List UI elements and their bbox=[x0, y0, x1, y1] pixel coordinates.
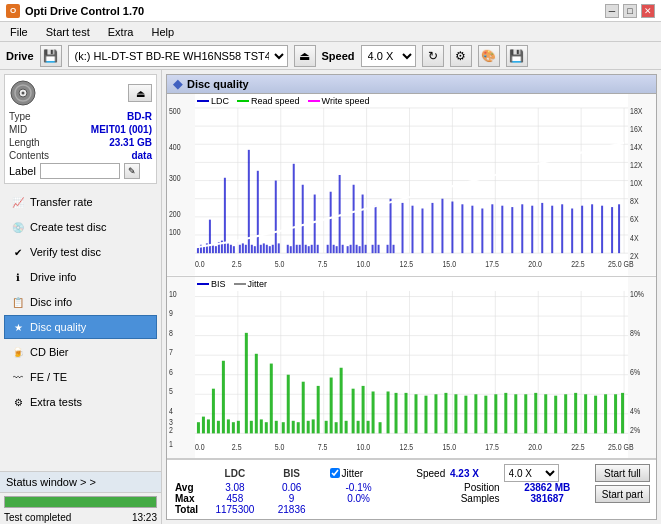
sidebar-item-transfer-rate[interactable]: 📈 Transfer rate bbox=[4, 190, 157, 214]
svg-rect-104 bbox=[611, 207, 613, 253]
bis-chart-svg: 10 9 8 7 6 5 4 3 2 1 10% 8% 6% bbox=[167, 277, 656, 459]
label-edit-button[interactable]: ✎ bbox=[124, 163, 140, 179]
disc-panel: ⏏ Type BD-R MID MEIT01 (001) Length 23.3… bbox=[4, 74, 157, 184]
svg-rect-199 bbox=[504, 392, 507, 432]
read-speed-legend-color bbox=[237, 100, 249, 102]
write-speed-legend-label: Write speed bbox=[322, 96, 370, 106]
eject-button[interactable]: ⏏ bbox=[294, 45, 316, 67]
settings-button[interactable]: ⚙ bbox=[450, 45, 472, 67]
svg-text:20.0: 20.0 bbox=[528, 440, 542, 452]
svg-text:6: 6 bbox=[169, 365, 173, 377]
svg-rect-159 bbox=[232, 422, 235, 433]
jitter-checkbox-label[interactable]: Jitter bbox=[330, 468, 388, 479]
svg-rect-181 bbox=[352, 388, 355, 433]
svg-text:25.0 GB: 25.0 GB bbox=[608, 440, 634, 452]
svg-rect-182 bbox=[357, 420, 360, 433]
titlebar: O Opti Drive Control 1.70 ─ □ ✕ bbox=[0, 0, 661, 22]
menu-start-test[interactable]: Start test bbox=[42, 25, 94, 39]
stats-avg-row: Avg 3.08 0.06 -0.1% Position 23862 MB bbox=[169, 482, 591, 493]
max-ldc: 458 bbox=[204, 493, 266, 504]
jitter-label: Jitter bbox=[342, 468, 364, 479]
speed-label: Speed bbox=[322, 50, 355, 62]
type-value: BD-R bbox=[127, 111, 152, 122]
sidebar-item-disc-quality[interactable]: ★ Disc quality bbox=[4, 315, 157, 339]
progress-bar-inner bbox=[5, 497, 156, 507]
jitter-checkbox[interactable] bbox=[330, 468, 340, 478]
svg-rect-207 bbox=[584, 394, 587, 433]
menu-extra[interactable]: Extra bbox=[104, 25, 138, 39]
drive-icon-button[interactable]: 💾 bbox=[40, 45, 62, 67]
svg-rect-53 bbox=[287, 245, 289, 253]
sidebar-item-extra-tests[interactable]: ⚙ Extra tests bbox=[4, 390, 157, 414]
drive-select[interactable]: (k:) HL-DT-ST BD-RE WH16NS58 TST4 bbox=[68, 45, 288, 67]
status-bar: Status window > > Test completed 13:23 bbox=[0, 471, 161, 524]
max-jitter: 0.0% bbox=[326, 493, 392, 504]
svg-text:12.5: 12.5 bbox=[400, 440, 414, 452]
avg-bis: 0.06 bbox=[266, 482, 318, 493]
bis-legend-item: BIS bbox=[197, 279, 226, 289]
length-label: Length bbox=[9, 137, 40, 148]
svg-rect-43 bbox=[251, 245, 253, 253]
svg-rect-174 bbox=[312, 419, 315, 433]
create-test-disc-icon: 💿 bbox=[11, 220, 25, 234]
label-input[interactable] bbox=[40, 163, 120, 179]
maximize-button[interactable]: □ bbox=[623, 4, 637, 18]
svg-rect-153 bbox=[202, 416, 205, 433]
svg-rect-72 bbox=[353, 185, 355, 253]
svg-text:12.5: 12.5 bbox=[400, 258, 414, 270]
start-buttons: Start full Start part bbox=[595, 464, 654, 503]
sidebar-item-fe-te[interactable]: 〰 FE / TE bbox=[4, 365, 157, 389]
disc-type-row: Type BD-R bbox=[9, 111, 152, 122]
svg-rect-38 bbox=[233, 246, 235, 253]
disc-eject-button[interactable]: ⏏ bbox=[128, 84, 152, 102]
svg-rect-186 bbox=[379, 422, 382, 433]
svg-rect-165 bbox=[265, 422, 268, 433]
svg-rect-98 bbox=[551, 206, 553, 253]
svg-rect-155 bbox=[212, 388, 215, 433]
svg-text:100: 100 bbox=[169, 226, 181, 238]
speed-select-inline[interactable]: 4.0 X bbox=[504, 464, 559, 482]
theme-button[interactable]: 🎨 bbox=[478, 45, 500, 67]
svg-text:200: 200 bbox=[169, 208, 181, 220]
length-value: 23.31 GB bbox=[109, 137, 152, 148]
svg-rect-40 bbox=[242, 243, 244, 253]
start-part-button[interactable]: Start part bbox=[595, 485, 650, 503]
col-ldc: LDC bbox=[204, 464, 266, 482]
svg-rect-56 bbox=[296, 245, 298, 253]
speed-select-toolbar[interactable]: 4.0 X bbox=[361, 45, 416, 67]
disc-panel-header: ⏏ bbox=[9, 79, 152, 107]
save-button[interactable]: 💾 bbox=[506, 45, 528, 67]
disc-contents-row: Contents data bbox=[9, 150, 152, 161]
sidebar-item-create-test-disc[interactable]: 💿 Create test disc bbox=[4, 215, 157, 239]
sidebar-item-disc-info[interactable]: 📋 Disc info bbox=[4, 290, 157, 314]
svg-rect-154 bbox=[207, 419, 210, 433]
status-time: 13:23 bbox=[132, 512, 157, 523]
minimize-button[interactable]: ─ bbox=[605, 4, 619, 18]
svg-text:10X: 10X bbox=[630, 177, 643, 189]
svg-text:500: 500 bbox=[169, 104, 181, 116]
svg-rect-30 bbox=[209, 220, 211, 254]
sidebar-item-drive-info[interactable]: ℹ Drive info bbox=[4, 265, 157, 289]
status-window-button[interactable]: Status window > > bbox=[0, 471, 161, 492]
svg-rect-195 bbox=[464, 395, 467, 433]
menu-file[interactable]: File bbox=[6, 25, 32, 39]
stats-total-row: Total 1175300 21836 bbox=[169, 504, 591, 515]
refresh-button[interactable]: ↻ bbox=[422, 45, 444, 67]
svg-rect-208 bbox=[594, 395, 597, 433]
write-speed-legend-color bbox=[308, 100, 320, 102]
menu-help[interactable]: Help bbox=[147, 25, 178, 39]
samples-label: Samples bbox=[392, 493, 504, 504]
svg-rect-82 bbox=[393, 245, 395, 253]
start-full-button[interactable]: Start full bbox=[595, 464, 650, 482]
sidebar-item-verify-test-disc[interactable]: ✔ Verify test disc bbox=[4, 240, 157, 264]
svg-rect-44 bbox=[254, 246, 256, 253]
svg-rect-95 bbox=[521, 204, 523, 253]
svg-rect-69 bbox=[342, 245, 344, 253]
close-button[interactable]: ✕ bbox=[641, 4, 655, 18]
svg-text:7: 7 bbox=[169, 345, 173, 357]
sidebar-item-cd-bier[interactable]: 🍺 CD Bier bbox=[4, 340, 157, 364]
svg-text:9: 9 bbox=[169, 306, 173, 318]
svg-rect-96 bbox=[531, 206, 533, 253]
svg-text:5.0: 5.0 bbox=[275, 258, 285, 270]
app-icon: O bbox=[6, 4, 20, 18]
